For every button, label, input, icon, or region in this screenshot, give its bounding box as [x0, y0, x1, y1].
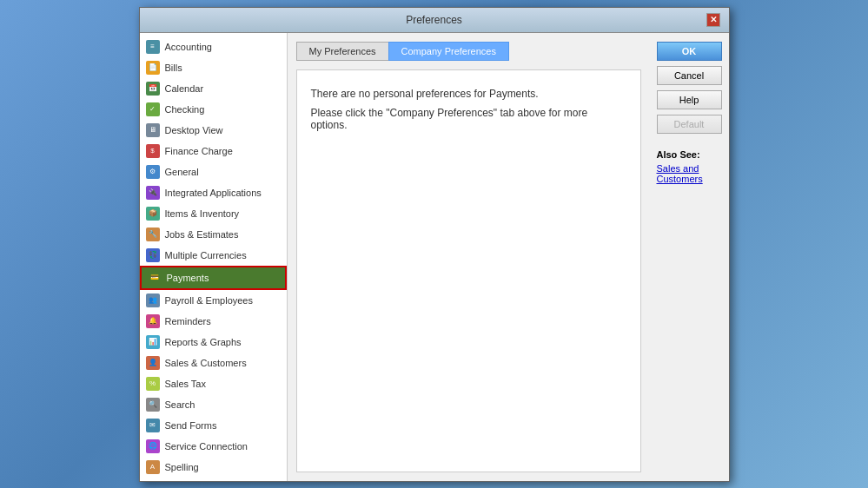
sidebar-item-checking[interactable]: ✓Checking: [140, 99, 287, 120]
accounting-icon: ≡: [145, 39, 161, 55]
sidebar: ≡Accounting📄Bills📅Calendar✓Checking🖥Desk…: [140, 33, 288, 481]
sidebar-item-general[interactable]: ⚙General: [140, 162, 287, 182]
also-see-title: Also See:: [657, 149, 722, 160]
main-content: My Preferences Company Preferences There…: [288, 33, 650, 481]
ok-button[interactable]: OK: [657, 42, 722, 61]
sidebar-item-integrated-apps[interactable]: 🔌Integrated Applications: [140, 182, 287, 203]
dialog-body: ≡Accounting📄Bills📅Calendar✓Checking🖥Desk…: [140, 33, 729, 481]
sidebar-item-payments[interactable]: 💳Payments: [140, 266, 287, 290]
sidebar-item-label-jobs-estimates: Jobs & Estimates: [165, 229, 239, 240]
sidebar-item-sales-customers[interactable]: 👤Sales & Customers: [140, 353, 287, 373]
sidebar-item-label-general: General: [165, 167, 199, 177]
sidebar-item-multiple-currencies[interactable]: 💱Multiple Currencies: [140, 245, 287, 266]
content-line1: There are no personal preferences for Pa…: [311, 88, 626, 100]
title-bar: Preferences ✕: [140, 8, 729, 33]
service-icon: 🌐: [145, 439, 161, 454]
content-line2: Please click the "Company Preferences" t…: [311, 107, 626, 131]
dialog-title: Preferences: [162, 14, 706, 26]
finance-icon: $: [145, 143, 161, 159]
sidebar-item-label-checking: Checking: [165, 104, 205, 115]
sidebar-item-desktop-view[interactable]: 🖥Desktop View: [140, 120, 287, 141]
calendar-icon: 📅: [145, 81, 161, 96]
tab-my-preferences[interactable]: My Preferences: [296, 42, 388, 61]
sidebar-item-label-payroll-employees: Payroll & Employees: [165, 295, 254, 306]
checking-icon: ✓: [145, 102, 161, 117]
sidebar-item-label-spelling: Spelling: [165, 462, 199, 472]
multiple-icon: 💱: [145, 247, 161, 263]
payments-icon: 💳: [147, 270, 162, 286]
sidebar-item-accounting[interactable]: ≡Accounting: [140, 36, 287, 57]
sidebar-item-calendar[interactable]: 📅Calendar: [140, 78, 287, 99]
sidebar-item-label-desktop-view: Desktop View: [165, 125, 223, 135]
sidebar-item-label-reports-graphs: Reports & Graphs: [165, 337, 242, 347]
sidebar-item-label-sales-customers: Sales & Customers: [165, 358, 247, 368]
also-see-section: Also See: Sales andCustomers: [657, 149, 722, 184]
sidebar-item-label-bills: Bills: [165, 63, 182, 73]
sidebar-item-label-finance-charge: Finance Charge: [165, 146, 233, 156]
close-button[interactable]: ✕: [706, 13, 720, 27]
reports-icon: 📊: [145, 334, 161, 350]
jobs-icon: 🔧: [145, 227, 161, 242]
sales-icon: 👤: [145, 355, 161, 371]
sidebar-item-label-calendar: Calendar: [165, 83, 204, 94]
general-icon: ⚙: [145, 164, 161, 180]
sidebar-item-spelling[interactable]: ASpelling: [140, 457, 287, 478]
sidebar-item-label-multiple-currencies: Multiple Currencies: [165, 250, 247, 260]
action-buttons: OK Cancel Help Default Also See: Sales a…: [650, 33, 729, 481]
content-area: There are no personal preferences for Pa…: [296, 69, 641, 472]
sidebar-item-search[interactable]: 🔍Search: [140, 394, 287, 415]
cancel-button[interactable]: Cancel: [657, 66, 722, 85]
items-icon: 📦: [145, 206, 161, 221]
preferences-dialog: Preferences ✕ ≡Accounting📄Bills📅Calendar…: [139, 7, 730, 482]
send-icon: ✉: [145, 418, 161, 433]
sidebar-item-label-reminders: Reminders: [165, 316, 211, 326]
sidebar-item-label-search: Search: [165, 399, 195, 410]
sidebar-item-sales-tax[interactable]: %Sales Tax: [140, 373, 287, 394]
payroll-icon: 👥: [145, 293, 161, 308]
sidebar-item-finance-charge[interactable]: $Finance Charge: [140, 141, 287, 162]
reminders-icon: 🔔: [145, 313, 161, 329]
sidebar-item-label-sales-tax: Sales Tax: [165, 379, 207, 389]
sidebar-item-items-inventory[interactable]: 📦Items & Inventory: [140, 203, 287, 224]
bills-icon: 📄: [145, 60, 161, 76]
desktop-icon: 🖥: [145, 122, 161, 138]
search-icon: 🔍: [145, 397, 161, 412]
sidebar-item-label-payments: Payments: [167, 273, 209, 283]
sidebar-item-send-forms[interactable]: ✉Send Forms: [140, 415, 287, 436]
integrated-icon: 🔌: [145, 185, 161, 201]
sidebar-item-bills[interactable]: 📄Bills: [140, 57, 287, 78]
tabs-row: My Preferences Company Preferences: [296, 42, 641, 61]
sidebar-item-payroll-employees[interactable]: 👥Payroll & Employees: [140, 290, 287, 311]
sidebar-item-label-integrated-apps: Integrated Applications: [165, 188, 262, 198]
sidebar-item-label-send-forms: Send Forms: [165, 420, 217, 431]
sidebar-item-jobs-estimates[interactable]: 🔧Jobs & Estimates: [140, 224, 287, 245]
sidebar-item-label-service-connection: Service Connection: [165, 441, 248, 452]
default-button[interactable]: Default: [657, 115, 722, 134]
tab-company-preferences[interactable]: Company Preferences: [388, 42, 509, 61]
sidebar-item-label-items-inventory: Items & Inventory: [165, 208, 240, 219]
salestax-icon: %: [145, 376, 161, 392]
sidebar-item-service-connection[interactable]: 🌐Service Connection: [140, 436, 287, 457]
sidebar-item-label-accounting: Accounting: [165, 42, 212, 52]
also-see-link[interactable]: Sales andCustomers: [657, 163, 722, 184]
sidebar-item-reminders[interactable]: 🔔Reminders: [140, 311, 287, 332]
help-button[interactable]: Help: [657, 90, 722, 109]
sidebar-item-reports-graphs[interactable]: 📊Reports & Graphs: [140, 332, 287, 353]
spelling-icon: A: [145, 459, 161, 475]
